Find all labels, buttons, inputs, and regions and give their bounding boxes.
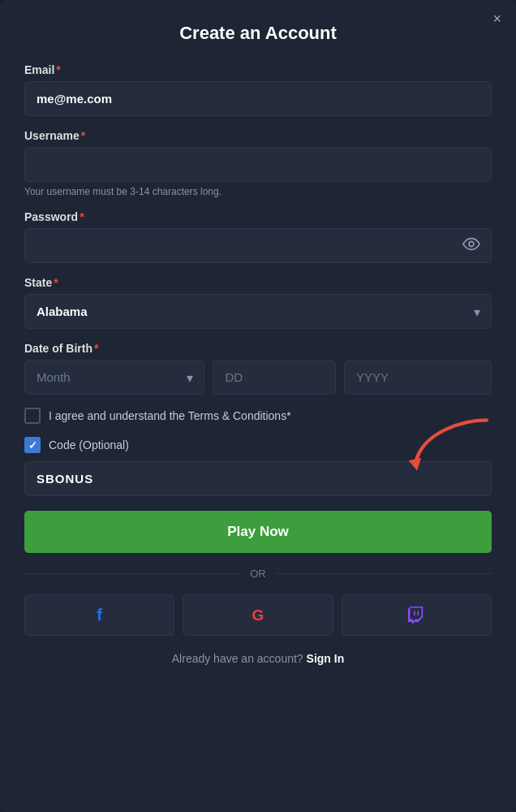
password-input-wrapper (24, 228, 492, 263)
code-label: Code (Optional) (49, 438, 129, 451)
dob-month-wrapper: Month January February March April May J… (24, 360, 204, 395)
signin-prompt-text: Already have an account? (172, 652, 303, 665)
close-icon: × (492, 11, 501, 27)
state-required-star: * (54, 276, 58, 289)
state-group: State* Alabama Alaska Arizona Arkansas C… (24, 276, 492, 329)
username-hint: Your username must be 3-14 characters lo… (24, 186, 492, 197)
create-account-modal: × Create an Account Email* Username* You… (0, 0, 516, 812)
state-select[interactable]: Alabama Alaska Arizona Arkansas Californ… (24, 294, 492, 329)
code-checkbox-row: Code (Optional) (24, 437, 492, 453)
dob-year-wrapper (344, 360, 492, 395)
dob-day-wrapper (213, 360, 336, 395)
social-buttons-row: f G (24, 594, 492, 636)
signin-row: Already have an account? Sign In (24, 652, 492, 665)
terms-label: I agree and understand the Terms & Condi… (49, 409, 291, 422)
dob-row: Month January February March April May J… (24, 360, 492, 395)
username-group: Username* Your username must be 3-14 cha… (24, 129, 492, 197)
code-checkbox[interactable] (24, 437, 41, 453)
play-now-button[interactable]: Play Now (24, 511, 492, 553)
email-input[interactable] (24, 81, 492, 116)
twitch-login-button[interactable] (342, 594, 492, 636)
email-label: Email* (24, 63, 492, 76)
state-label: State* (24, 276, 492, 289)
username-label: Username* (24, 129, 492, 142)
password-toggle-icon[interactable] (462, 237, 480, 254)
password-group: Password* (24, 210, 492, 263)
password-label: Password* (24, 210, 492, 223)
terms-row: I agree and understand the Terms & Condi… (24, 408, 492, 424)
or-divider: OR (24, 568, 492, 580)
username-required-star: * (81, 129, 85, 142)
facebook-login-button[interactable]: f (24, 594, 174, 636)
dob-group: Date of Birth* Month January February Ma… (24, 342, 492, 395)
modal-title: Create an Account (24, 23, 492, 44)
dob-day-input[interactable] (213, 360, 336, 395)
signin-link[interactable]: Sign In (307, 652, 345, 665)
dob-required-star: * (94, 342, 98, 355)
password-required-star: * (80, 210, 84, 223)
code-input[interactable] (24, 461, 492, 496)
google-login-button[interactable]: G (183, 594, 333, 636)
dob-label: Date of Birth* (24, 342, 492, 355)
google-icon: G (252, 607, 264, 624)
facebook-icon: f (97, 606, 102, 624)
email-group: Email* (24, 63, 492, 116)
email-required-star: * (56, 63, 60, 76)
twitch-icon (407, 607, 425, 624)
dob-month-select[interactable]: Month January February March April May J… (24, 360, 204, 395)
svg-point-0 (469, 241, 474, 246)
close-button[interactable]: × (492, 11, 501, 26)
code-input-container (24, 461, 492, 496)
state-select-wrapper: Alabama Alaska Arizona Arkansas Californ… (24, 294, 492, 329)
password-input[interactable] (24, 228, 492, 263)
username-input[interactable] (24, 147, 492, 182)
dob-year-input[interactable] (344, 360, 492, 395)
terms-checkbox[interactable] (24, 408, 41, 424)
